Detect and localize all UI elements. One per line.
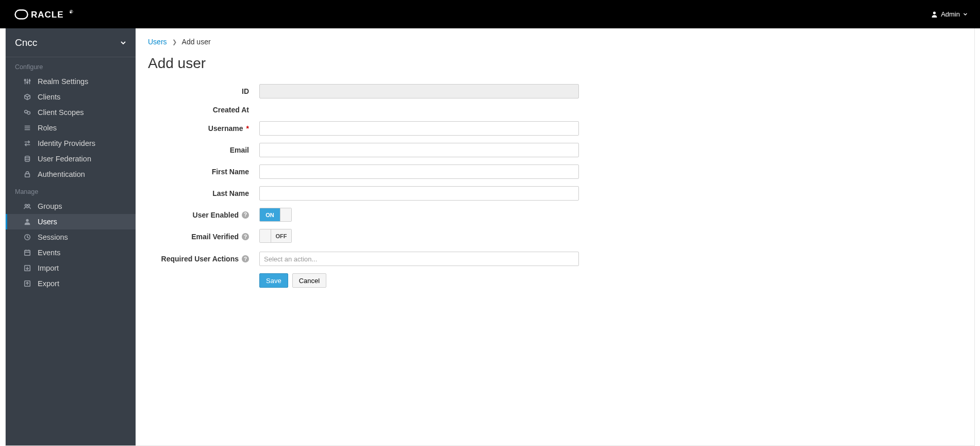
user-icon xyxy=(23,218,31,226)
row-last-name: Last Name xyxy=(148,186,725,201)
toggle-label: OFF xyxy=(271,229,291,242)
sidebar-item-clients: Clients xyxy=(6,89,136,105)
nav-label: Export xyxy=(38,279,59,288)
nav-label: Identity Providers xyxy=(38,139,95,147)
save-button[interactable]: Save xyxy=(259,273,288,288)
sidebar-item-user-federation: User Federation xyxy=(6,151,136,167)
first-name-field[interactable] xyxy=(259,164,579,179)
last-name-field[interactable] xyxy=(259,186,579,201)
nav-label: Clients xyxy=(38,93,60,101)
toggle-knob xyxy=(260,229,271,242)
row-user-enabled: User Enabled ? ON xyxy=(148,208,725,222)
sidebar-item-import: Import xyxy=(6,260,136,276)
breadcrumb-current: Add user xyxy=(182,38,211,46)
svg-text:®: ® xyxy=(70,9,73,14)
label-last-name: Last Name xyxy=(148,189,259,197)
user-enabled-toggle[interactable]: ON xyxy=(259,208,292,222)
nav-label: Authentication xyxy=(38,170,85,178)
sidebar: Cncc Configure Realm Settings Clients Cl… xyxy=(6,28,136,445)
sidebar-item-identity-providers: Identity Providers xyxy=(6,136,136,151)
svg-marker-15 xyxy=(27,111,30,114)
realm-name: Cncc xyxy=(15,37,37,48)
list-icon xyxy=(23,124,31,132)
nav-label: Users xyxy=(38,218,57,226)
label-required-actions: Required User Actions ? xyxy=(148,255,259,263)
required-actions-select[interactable]: Select an action... xyxy=(259,252,579,266)
nav-label: Realm Settings xyxy=(38,77,88,86)
import-icon xyxy=(23,264,31,272)
row-email: Email xyxy=(148,143,725,157)
cancel-button[interactable]: Cancel xyxy=(292,273,326,288)
sidebar-item-authentication: Authentication xyxy=(6,167,136,182)
row-username: Username* xyxy=(148,121,725,136)
form-actions: Save Cancel xyxy=(148,273,725,288)
nav-label: Client Scopes xyxy=(38,108,84,117)
sidebar-item-groups: Groups xyxy=(6,199,136,214)
label-first-name: First Name xyxy=(148,168,259,176)
svg-point-23 xyxy=(25,204,27,206)
nav-label: Roles xyxy=(38,124,57,132)
row-required-actions: Required User Actions ? Select an action… xyxy=(148,252,725,266)
svg-text:RACLE: RACLE xyxy=(31,10,64,20)
username-field[interactable] xyxy=(259,121,579,136)
user-menu[interactable]: Admin xyxy=(928,10,971,18)
help-icon[interactable]: ? xyxy=(242,255,249,262)
angle-right-icon: ❯ xyxy=(172,39,177,45)
breadcrumb-parent[interactable]: Users xyxy=(148,38,167,46)
row-first-name: First Name xyxy=(148,164,725,179)
user-menu-label: Admin xyxy=(941,10,960,18)
toggle-label: ON xyxy=(260,208,280,221)
add-user-form: ID Created At Username* Email First Name xyxy=(148,84,725,288)
export-icon xyxy=(23,279,31,288)
help-icon[interactable]: ? xyxy=(242,233,249,240)
nav-label: Sessions xyxy=(38,233,68,241)
label-email: Email xyxy=(148,146,259,154)
svg-point-10 xyxy=(27,81,28,83)
brand-logo: RACLE ® xyxy=(14,0,92,28)
svg-point-21 xyxy=(25,156,30,158)
id-field xyxy=(259,84,579,98)
calendar-icon xyxy=(23,249,31,257)
label-created-at: Created At xyxy=(148,106,259,114)
email-verified-toggle[interactable]: OFF xyxy=(259,229,292,243)
svg-point-9 xyxy=(24,79,26,81)
sidebar-section-manage: Manage xyxy=(6,182,136,199)
label-email-verified: Email Verified ? xyxy=(148,233,259,241)
svg-point-5 xyxy=(933,11,936,14)
sidebar-item-roles: Roles xyxy=(6,120,136,136)
nav-label: Events xyxy=(38,249,60,257)
chevron-down-icon xyxy=(120,37,126,48)
sidebar-nav-manage: Groups Users Sessions Events Import Expo… xyxy=(6,199,136,291)
sidebar-section-configure: Configure xyxy=(6,57,136,74)
svg-rect-22 xyxy=(25,174,30,177)
chevron-down-icon xyxy=(963,12,968,16)
toggle-knob xyxy=(280,208,291,221)
realm-selector[interactable]: Cncc xyxy=(6,28,136,57)
required-marker: * xyxy=(246,124,249,133)
lock-icon xyxy=(23,170,31,178)
group-icon xyxy=(23,202,31,210)
app-shell: Cncc Configure Realm Settings Clients Cl… xyxy=(5,28,975,446)
sliders-icon xyxy=(23,77,31,86)
svg-point-11 xyxy=(29,80,30,81)
row-email-verified: Email Verified ? OFF xyxy=(148,229,725,244)
exchange-icon xyxy=(23,139,31,147)
nav-label: Groups xyxy=(38,202,62,210)
email-field[interactable] xyxy=(259,143,579,157)
sidebar-item-realm-settings: Realm Settings xyxy=(6,74,136,89)
sidebar-item-client-scopes: Client Scopes xyxy=(6,105,136,120)
row-id: ID xyxy=(148,84,725,98)
svg-point-24 xyxy=(28,204,30,206)
clock-icon xyxy=(23,233,31,241)
user-solid-icon xyxy=(931,11,938,18)
help-icon[interactable]: ? xyxy=(242,211,249,219)
topbar: RACLE ® Admin xyxy=(0,0,980,28)
database-icon xyxy=(23,155,31,163)
svg-point-25 xyxy=(26,219,28,222)
nav-label: User Federation xyxy=(38,155,91,163)
row-created-at: Created At xyxy=(148,106,725,114)
sidebar-nav-configure: Realm Settings Clients Client Scopes Rol… xyxy=(6,74,136,182)
label-user-enabled: User Enabled ? xyxy=(148,211,259,219)
page-title: Add user xyxy=(148,55,962,72)
cube-icon xyxy=(23,93,31,101)
